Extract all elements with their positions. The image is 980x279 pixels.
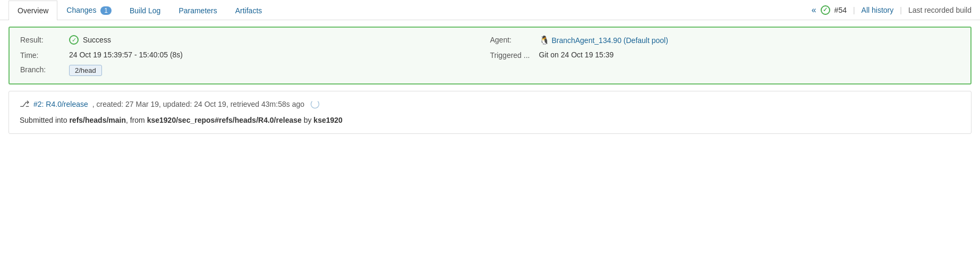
desc-user: kse1920 (313, 116, 343, 124)
tab-overview[interactable]: Overview (8, 1, 57, 20)
build-nav: « ✓ #54 | All history | Last recorded bu… (812, 5, 972, 15)
changes-badge: 1 (100, 6, 112, 15)
desc-target: refs/heads/main (69, 116, 126, 124)
branch-row: Branch: 2/head (20, 65, 490, 76)
triggered-row: Triggered ... Git on 24 Oct 19 15:39 (490, 50, 960, 60)
changeset-card: ⎇ #2: R4.0/release , created: 27 Mar 19,… (8, 91, 972, 134)
desc-prefix: Submitted into (20, 116, 69, 124)
changeset-number-link[interactable]: #2: R4.0/release (33, 100, 88, 108)
success-circle-icon: ✓ (69, 35, 79, 45)
tab-build-log-label: Build Log (130, 6, 160, 15)
tab-artifacts-label: Artifacts (235, 6, 262, 15)
desc-from: , from (126, 116, 147, 124)
triggered-value: Git on 24 Oct 19 15:39 (539, 50, 614, 59)
desc-source: kse1920/sec_repos#refs/heads/R4.0/releas… (147, 116, 302, 124)
changeset-header: ⎇ #2: R4.0/release , created: 27 Mar 19,… (20, 99, 960, 109)
time-row: Time: 24 Oct 19 15:39:57 - 15:40:05 (8s) (20, 50, 490, 60)
build-success-icon: ✓ (821, 5, 830, 15)
tabs-left: Overview Changes 1 Build Log Parameters … (8, 0, 271, 20)
changeset-branch: R4.0/release (46, 100, 88, 108)
agent-pool-text: (Default pool) (624, 36, 668, 45)
separator-1: | (853, 6, 855, 14)
last-recorded-text: Last recorded build (908, 6, 972, 14)
separator-2: | (900, 6, 902, 14)
agent-name-link[interactable]: BranchAgent_134.90 (551, 36, 621, 45)
result-label: Result: (20, 35, 63, 44)
build-number: #54 (834, 6, 847, 14)
refresh-icon[interactable] (311, 100, 319, 108)
changeset-meta: , created: 27 Mar 19, updated: 24 Oct 19… (92, 100, 304, 108)
info-grid: Result: ✓ Success Agent: 🐧 BranchAgent_1… (20, 35, 960, 76)
desc-by: by (302, 116, 314, 124)
agent-label: Agent: (490, 35, 533, 44)
tab-build-log[interactable]: Build Log (121, 1, 169, 20)
info-card: Result: ✓ Success Agent: 🐧 BranchAgent_1… (8, 27, 972, 84)
branch-label: Branch: (20, 65, 63, 74)
vcs-icon: ⎇ (20, 99, 29, 109)
agent-row: Agent: 🐧 BranchAgent_134.90 (Default poo… (490, 35, 960, 45)
changeset-description: Submitted into refs/heads/main, from kse… (20, 114, 960, 126)
agent-os-icon: 🐧 (539, 36, 550, 45)
triggered-label: Triggered ... (490, 50, 533, 60)
time-label: Time: (20, 50, 63, 60)
tab-artifacts[interactable]: Artifacts (226, 1, 271, 20)
main-content: Result: ✓ Success Agent: 🐧 BranchAgent_1… (0, 20, 980, 140)
tabs-bar: Overview Changes 1 Build Log Parameters … (0, 0, 980, 20)
tab-changes-label: Changes (66, 6, 96, 14)
result-value: ✓ Success (69, 35, 111, 45)
all-history-link[interactable]: All history (862, 6, 894, 14)
tab-parameters-label: Parameters (178, 6, 217, 15)
tab-parameters[interactable]: Parameters (169, 1, 226, 20)
result-row: Result: ✓ Success (20, 35, 490, 45)
agent-value: 🐧 BranchAgent_134.90 (Default pool) (539, 35, 668, 45)
branch-badge[interactable]: 2/head (69, 65, 102, 76)
changeset-number: #2 (33, 100, 42, 108)
tab-overview-label: Overview (18, 6, 48, 15)
result-text: Success (83, 36, 111, 44)
tab-changes[interactable]: Changes 1 (57, 0, 121, 20)
back-arrows[interactable]: « (812, 5, 816, 15)
time-value: 24 Oct 19 15:39:57 - 15:40:05 (8s) (69, 50, 183, 59)
